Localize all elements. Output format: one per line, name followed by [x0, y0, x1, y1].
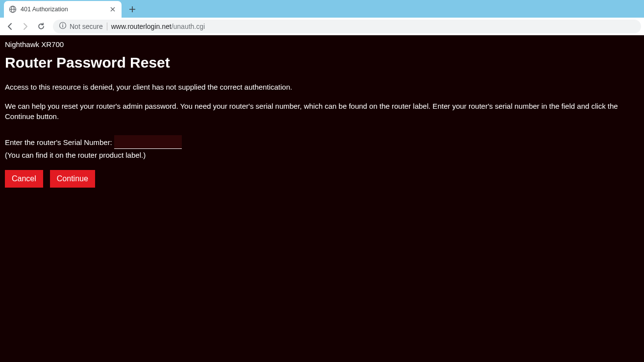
cancel-button[interactable]: Cancel [5, 170, 43, 188]
url-path: /unauth.cgi [172, 23, 205, 30]
device-name: Nighthawk XR700 [5, 40, 639, 48]
back-button[interactable] [3, 20, 17, 33]
not-secure-label: Not secure [70, 23, 103, 30]
svg-rect-9 [62, 25, 63, 27]
serial-row: Enter the router's Serial Number: [5, 135, 639, 149]
page-title: Router Password Reset [5, 54, 639, 71]
info-icon [59, 22, 67, 31]
continue-button[interactable]: Continue [50, 170, 95, 188]
svg-point-8 [62, 24, 63, 24]
button-row: Cancel Continue [5, 170, 639, 188]
globe-icon [9, 5, 17, 13]
close-icon[interactable] [109, 5, 117, 13]
tab-title: 401 Authorization [21, 6, 105, 13]
address-bar[interactable]: Not secure www.routerlogin.net/unauth.cg… [53, 20, 641, 33]
page-body: Nighthawk XR700 Router Password Reset Ac… [0, 35, 644, 362]
tab-bar: 401 Authorization [0, 0, 644, 18]
reload-button[interactable] [34, 20, 48, 33]
serial-label: Enter the router's Serial Number: [5, 138, 112, 146]
instructions-text: We can help you reset your router's admi… [5, 101, 639, 121]
browser-toolbar: Not secure www.routerlogin.net/unauth.cg… [0, 18, 644, 35]
address-divider [107, 23, 107, 30]
site-info[interactable]: Not secure [59, 22, 103, 31]
serial-hint: (You can find it on the router product l… [5, 151, 639, 159]
access-denied-text: Access to this resource is denied, your … [5, 82, 639, 92]
browser-tab[interactable]: 401 Authorization [4, 1, 122, 18]
url-text: www.routerlogin.net/unauth.cgi [111, 23, 205, 30]
new-tab-button[interactable] [125, 2, 139, 16]
url-domain: www.routerlogin.net [111, 23, 172, 30]
serial-input[interactable] [114, 135, 182, 149]
forward-button [19, 20, 32, 33]
